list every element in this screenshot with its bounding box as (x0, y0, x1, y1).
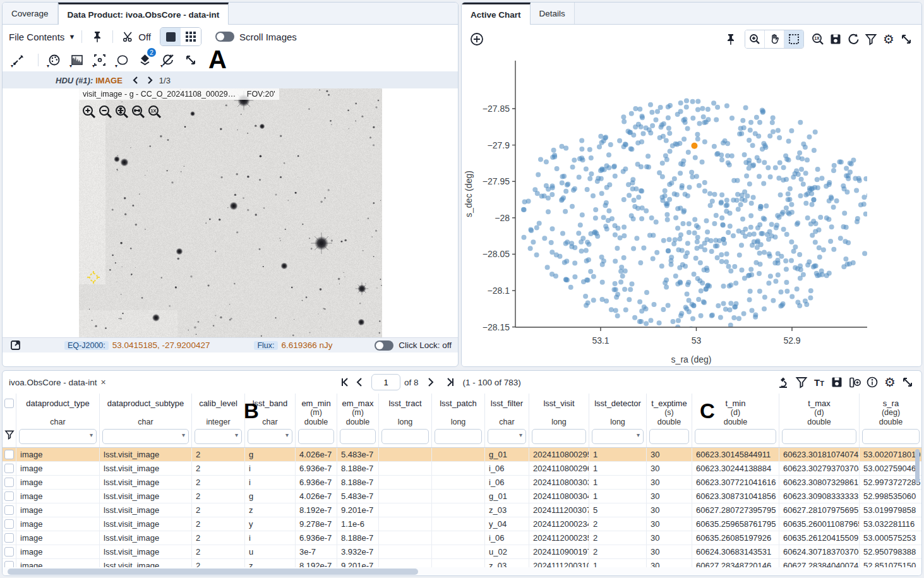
data-point[interactable] (738, 202, 743, 207)
table-save-button[interactable] (828, 373, 846, 391)
data-point[interactable] (737, 131, 742, 136)
data-point[interactable] (685, 241, 690, 246)
data-point[interactable] (789, 258, 794, 263)
data-point[interactable] (613, 281, 618, 286)
data-point[interactable] (817, 255, 822, 260)
data-point[interactable] (798, 120, 803, 125)
data-point[interactable] (613, 174, 618, 179)
column-filter-input[interactable] (298, 429, 334, 444)
data-point[interactable] (739, 243, 744, 248)
column-header-t_max[interactable]: t_max(d)double (779, 394, 860, 447)
layers-button[interactable]: 2 (136, 51, 155, 69)
data-point[interactable] (762, 295, 767, 300)
data-point[interactable] (762, 250, 767, 255)
data-point[interactable] (819, 176, 824, 181)
data-point[interactable] (729, 116, 735, 121)
data-point[interactable] (657, 135, 663, 140)
data-point[interactable] (776, 128, 781, 133)
data-point[interactable] (741, 311, 747, 316)
data-point[interactable] (635, 206, 640, 211)
data-point[interactable] (798, 275, 803, 280)
data-point[interactable] (757, 289, 762, 294)
data-point[interactable] (700, 280, 705, 286)
data-point[interactable] (757, 251, 762, 256)
text-view-button[interactable]: TT (810, 373, 828, 391)
data-point[interactable] (692, 231, 697, 236)
data-point[interactable] (770, 120, 775, 125)
data-point[interactable] (579, 155, 584, 160)
data-point[interactable] (683, 191, 688, 196)
table-row[interactable]: imagelsst.visit_image2g4.026e-75.483e-7g… (3, 490, 921, 503)
data-point[interactable] (721, 284, 726, 289)
data-point[interactable] (728, 308, 733, 313)
table-row[interactable]: imagelsst.visit_image2g4.026e-75.483e-7g… (3, 448, 921, 462)
data-point[interactable] (580, 236, 585, 241)
data-point[interactable] (712, 192, 717, 197)
data-point[interactable] (631, 246, 636, 251)
data-point[interactable] (695, 235, 700, 240)
data-point[interactable] (829, 224, 834, 229)
column-filter-select[interactable]: ▾ (592, 429, 644, 444)
data-point[interactable] (728, 282, 733, 287)
data-point[interactable] (753, 131, 758, 136)
data-point[interactable] (658, 105, 663, 110)
data-point[interactable] (705, 282, 711, 287)
data-point[interactable] (560, 174, 565, 179)
data-point[interactable] (861, 195, 867, 200)
data-point[interactable] (671, 319, 676, 324)
chart-select-button[interactable] (784, 30, 803, 48)
data-point[interactable] (652, 302, 657, 307)
data-point[interactable] (591, 298, 596, 303)
data-point[interactable] (698, 260, 703, 265)
data-point[interactable] (695, 132, 700, 137)
data-point[interactable] (728, 224, 733, 229)
data-point[interactable] (766, 280, 771, 286)
data-point[interactable] (676, 248, 681, 253)
data-point[interactable] (693, 155, 698, 160)
data-point[interactable] (761, 181, 766, 186)
data-point[interactable] (767, 133, 772, 138)
data-point[interactable] (812, 197, 817, 202)
data-point[interactable] (563, 277, 568, 282)
data-point[interactable] (599, 167, 604, 172)
data-point[interactable] (613, 259, 618, 264)
data-point[interactable] (778, 304, 783, 309)
data-point[interactable] (715, 105, 720, 110)
data-point[interactable] (714, 243, 719, 248)
data-point[interactable] (832, 163, 837, 168)
data-point[interactable] (742, 276, 747, 281)
popout-button[interactable] (9, 339, 21, 352)
data-point[interactable] (526, 199, 531, 204)
data-point[interactable] (719, 215, 724, 220)
data-point[interactable] (795, 222, 800, 227)
data-point[interactable] (789, 294, 795, 299)
data-point[interactable] (700, 106, 705, 111)
data-point[interactable] (808, 295, 813, 300)
data-point[interactable] (684, 98, 689, 103)
grid-view-button[interactable] (181, 28, 201, 45)
data-point[interactable] (705, 268, 710, 273)
table-filter-button[interactable] (793, 373, 810, 391)
data-point[interactable] (695, 99, 700, 104)
data-point[interactable] (719, 252, 724, 257)
data-point[interactable] (786, 210, 791, 215)
zoom-fill-button[interactable] (130, 104, 147, 120)
data-point[interactable] (762, 217, 767, 222)
column-header-lsst_tract[interactable]: lsst_tractlong (379, 394, 432, 447)
data-point[interactable] (641, 131, 646, 136)
data-point[interactable] (750, 143, 755, 148)
star-field-image[interactable] (79, 88, 382, 352)
data-point[interactable] (695, 239, 700, 244)
data-point[interactable] (748, 225, 753, 230)
scatter-plot-svg[interactable]: −27.85−27.9−27.95−28−28.05−28.1−28.1553.… (462, 53, 921, 366)
data-point[interactable] (701, 114, 706, 119)
data-point[interactable] (584, 167, 589, 172)
inspect-microscope-button[interactable] (775, 373, 793, 391)
data-point[interactable] (749, 201, 754, 206)
hdu-next-button[interactable] (143, 73, 157, 87)
column-header-calib_level[interactable]: calib_levelinteger▾ (192, 394, 245, 447)
data-point[interactable] (784, 205, 789, 210)
row-checkbox[interactable] (4, 450, 14, 459)
chart-zoom-button[interactable] (745, 30, 765, 48)
data-point[interactable] (600, 297, 605, 302)
